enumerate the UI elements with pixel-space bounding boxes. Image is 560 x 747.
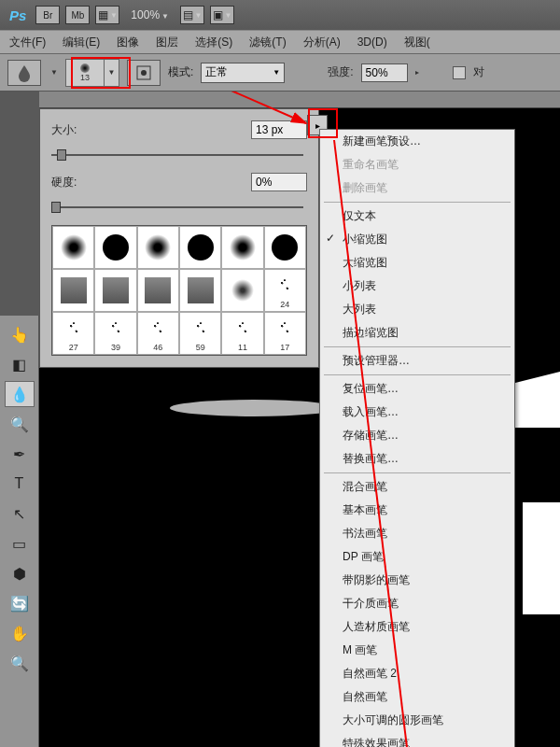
menu-item[interactable]: 特殊效果画笔 [320,732,514,747]
menu-item[interactable]: 存储画笔… [320,424,514,447]
brush-preset-cell[interactable] [137,269,179,312]
menu-item[interactable]: 替换画笔… [320,447,514,471]
brush-preset-cell[interactable]: 11 [221,312,263,355]
brush-preset-cell[interactable] [94,269,136,312]
brush-preset-cell[interactable]: 59 [179,312,221,355]
menu-item[interactable]: 混合画笔 [320,475,514,499]
brush-size-label: 27 [69,343,78,352]
menu-item[interactable]: 干介质画笔 [320,592,514,615]
zoom-level[interactable]: 100%▼ [125,8,175,21]
menu-layer[interactable]: 图层 [156,35,178,50]
menu-item[interactable]: 仅文本 [320,204,514,228]
menu-item[interactable]: 小缩览图✓ [320,228,514,251]
sample-all-checkbox[interactable] [453,66,466,79]
menu-item[interactable]: M 画笔 [320,639,514,662]
menu-item[interactable]: 大列表 [320,298,514,321]
brush-preset-cell[interactable] [137,226,179,269]
menu-separator [324,374,511,375]
tool-blur[interactable]: 💧 [5,381,35,407]
brush-preset-cell[interactable] [179,226,221,269]
current-tool-icon[interactable] [7,60,41,86]
menu-item[interactable]: 描边缩览图 [320,321,514,345]
brush-preset-cell[interactable]: 46 [137,312,179,355]
menu-item[interactable]: 人造材质画笔 [320,615,514,639]
brush-preset-picker[interactable]: 13 [65,59,105,87]
tool-eraser[interactable]: ◧ [5,351,35,377]
size-slider[interactable] [51,147,303,163]
title-bar: Ps Br Mb ▦▼ 100%▼ ▤▼ ▣▼ [0,0,560,30]
hardness-slider[interactable] [51,199,303,216]
tool-shape[interactable]: ▭ [5,530,35,557]
menu-file[interactable]: 文件(F) [9,35,46,50]
type-icon: T [15,475,24,492]
menu-3d[interactable]: 3D(D) [357,35,387,49]
tool-type[interactable]: T [5,471,35,497]
check-icon: ✓ [326,232,335,245]
menu-item[interactable]: 大小可调的圆形画笔 [320,709,514,732]
menu-item[interactable]: 自然画笔 2 [320,662,514,685]
extras-button[interactable]: ▣▼ [210,6,234,24]
tool-3d[interactable]: ⬢ [5,560,35,586]
brush-panel-toggle[interactable] [127,60,161,86]
brush-swatch [272,273,298,299]
menu-select[interactable]: 选择(S) [195,35,232,50]
brush-preset-cell[interactable]: 39 [94,312,136,355]
tool-pen[interactable]: ✒ [5,441,35,467]
arrange-button[interactable]: ▤▼ [180,6,204,24]
menu-item[interactable]: 自然画笔 [320,685,514,709]
blur-tool-icon [15,63,34,82]
menu-filter[interactable]: 滤镜(T) [249,35,286,50]
screenmode-button[interactable]: ▦▼ [95,6,119,24]
menu-image[interactable]: 图像 [117,35,139,50]
menu-item[interactable]: DP 画笔 [320,545,514,569]
brush-swatch [61,316,87,342]
hand-icon: ✋ [10,625,29,642]
tool-3drotate[interactable]: 🔄 [5,590,35,616]
brush-preset-cell[interactable] [94,226,136,269]
size-input[interactable]: 13 px [251,120,307,139]
tool-hand[interactable]: ✋ [5,620,35,646]
options-bar: ▼ 13 ▼ 模式: 正常▼ 强度: 50% ▸ 对 [0,54,560,92]
menu-item[interactable]: 书法画笔 [320,522,514,545]
menu-separator [324,346,511,347]
brush-preset-cell[interactable] [52,269,94,312]
tool-path[interactable]: ↖ [5,500,35,527]
menu-item[interactable]: 基本画笔 [320,499,514,522]
brush-size-label: 17 [280,343,289,352]
hardness-input[interactable]: 0% [251,173,307,191]
menu-bar: 文件(F) 编辑(E) 图像 图层 选择(S) 滤镜(T) 分析(A) 3D(D… [0,30,560,54]
strength-input[interactable]: 50% [361,63,408,82]
tool-zoom[interactable]: 🔍 [5,650,35,676]
menu-edit[interactable]: 编辑(E) [63,35,100,50]
brush-preset-cell[interactable]: 17 [264,312,306,355]
brush-size-label: 46 [153,343,162,352]
brush-preset-cell[interactable] [221,269,263,312]
svg-point-1 [141,70,147,76]
menu-item[interactable]: 载入画笔… [320,401,514,424]
brush-swatch [61,277,87,303]
menu-item[interactable]: 小列表 [320,275,514,298]
tool-smudge[interactable]: 👆 [5,321,35,347]
menu-analysis[interactable]: 分析(A) [303,35,341,50]
mode-label: 模式: [168,64,193,80]
brush-preset-cell[interactable]: 27 [52,312,94,355]
brush-preset-cell[interactable] [52,226,94,269]
bridge-button[interactable]: Br [35,6,60,24]
minibridge-button[interactable]: Mb [65,6,90,24]
brush-preset-cell[interactable] [221,226,263,269]
brush-preset-dropdown[interactable]: ▼ [105,59,119,87]
pen-icon: ✒ [13,445,25,463]
brush-preset-cell[interactable] [179,269,221,312]
mode-select[interactable]: 正常▼ [201,63,285,83]
tool-dodge[interactable]: 🔍 [5,411,35,437]
menu-item[interactable]: 新建画笔预设… [320,130,514,153]
brush-preset-cell[interactable] [264,226,306,269]
menu-item[interactable]: 预设管理器… [320,349,514,373]
menu-item[interactable]: 复位画笔… [320,377,514,401]
brush-preset-cell[interactable]: 24 [264,269,306,312]
menu-item[interactable]: 大缩览图 [320,251,514,275]
menu-item[interactable]: 带阴影的画笔 [320,569,514,592]
threed-icon: ⬢ [13,565,26,583]
menu-view[interactable]: 视图( [404,35,430,50]
menu-separator [324,202,511,203]
